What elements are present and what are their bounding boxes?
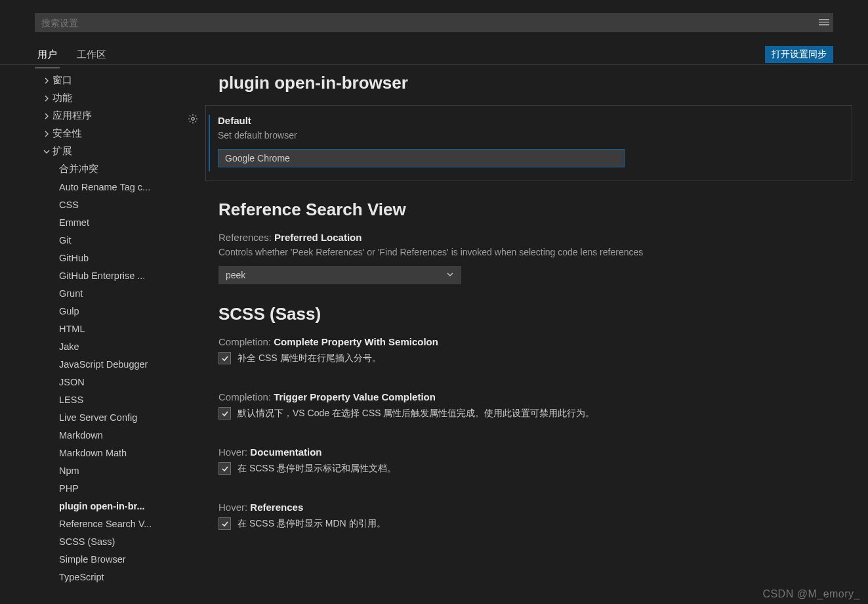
setting-name: Documentation [250, 446, 321, 458]
setting-label: Default [218, 115, 251, 126]
sidebar-ext-item[interactable]: plugin open-in-br... [59, 497, 180, 515]
setting-hover-references: Hover: References 在 SCSS 悬停时显示 MDN 的引用。 [218, 502, 852, 530]
setting-description: 在 SCSS 悬停时显示 MDN 的引用。 [238, 517, 386, 530]
checkbox-hover-doc[interactable] [218, 462, 231, 475]
sidebar-ext-item[interactable]: Reference Search V... [59, 515, 180, 532]
sidebar-ext-item[interactable]: Auto Rename Tag c... [59, 178, 180, 196]
sidebar-group-label: 扩展 [52, 145, 72, 158]
section-title-plugin: plugin open-in-browser [218, 73, 852, 93]
chevron-down-icon [446, 270, 454, 280]
sidebar-ext-item[interactable]: Markdown [59, 426, 180, 444]
sidebar-ext-item[interactable]: HTML [59, 320, 180, 337]
settings-tabs: 用户 工作区 打开设置同步 [0, 36, 868, 65]
checkbox-trigger-value[interactable] [218, 407, 231, 420]
sidebar-ext-item[interactable]: JSON [59, 373, 180, 391]
preferred-location-select[interactable]: peek [218, 266, 461, 284]
modified-indicator [209, 115, 210, 171]
checkbox-complete-semicolon[interactable] [218, 352, 231, 364]
setting-preferred-location: References: Preferred Location Controls … [218, 232, 852, 284]
chevron-right-icon [41, 130, 52, 138]
chevron-right-icon [41, 112, 52, 120]
select-value: peek [226, 270, 245, 280]
gear-icon[interactable] [188, 114, 198, 126]
settings-content: plugin open-in-browser Default Set defau… [180, 65, 868, 604]
settings-sidebar: 窗口 功能 应用程序 安全性 [0, 65, 180, 604]
chevron-down-icon [41, 148, 52, 156]
sidebar-ext-item[interactable]: Git [59, 231, 180, 249]
sidebar-ext-item[interactable]: 合并冲突 [59, 160, 180, 178]
setting-prefix: References: [218, 232, 272, 243]
search-row [0, 0, 868, 32]
sidebar-group-security[interactable]: 安全性 [41, 125, 180, 142]
sidebar-ext-item[interactable]: SCSS (Sass) [59, 532, 180, 550]
setting-name: Preferred Location [274, 232, 362, 243]
open-settings-sync-button[interactable]: 打开设置同步 [765, 46, 833, 63]
sidebar-ext-item[interactable]: Markdown Math [59, 444, 180, 462]
setting-description: 默认情况下，VS Code 在选择 CSS 属性后触发属性值完成。使用此设置可禁… [238, 406, 595, 420]
sidebar-ext-item[interactable]: Npm [59, 462, 180, 479]
sidebar-group-label: 安全性 [52, 127, 82, 140]
setting-name: References [250, 502, 303, 513]
chevron-right-icon [41, 77, 52, 85]
setting-description: Controls whether 'Peek References' or 'F… [218, 246, 852, 259]
sidebar-ext-item[interactable]: Simple Browser [59, 550, 180, 568]
setting-prefix: Hover: [218, 446, 247, 458]
setting-hover-documentation: Hover: Documentation 在 SCSS 悬停时显示标记和属性文档… [218, 446, 852, 475]
sidebar-ext-item[interactable]: GitHub [59, 249, 180, 267]
sidebar-ext-item[interactable]: Live Server Config [59, 408, 180, 426]
sidebar-ext-item[interactable]: Grunt [59, 284, 180, 302]
setting-prefix: Completion: [218, 391, 271, 402]
setting-description: 在 SCSS 悬停时显示标记和属性文档。 [238, 462, 396, 475]
section-title-refsearch: Reference Search View [218, 200, 852, 220]
search-input[interactable] [35, 13, 833, 32]
setting-default-browser: Default Set default browser [205, 105, 852, 181]
checkbox-hover-ref[interactable] [218, 517, 231, 530]
sidebar-ext-item[interactable]: CSS [59, 196, 180, 213]
sidebar-group-features[interactable]: 功能 [41, 89, 180, 107]
sidebar-extensions-list: 合并冲突Auto Rename Tag c...CSSEmmetGitGitHu… [41, 160, 180, 586]
sidebar-ext-item[interactable]: Emmet [59, 213, 180, 231]
setting-complete-semicolon: Completion: Complete Property With Semic… [218, 336, 852, 365]
setting-name: Trigger Property Value Completion [274, 391, 436, 402]
sidebar-ext-item[interactable]: LESS [59, 391, 180, 408]
chevron-right-icon [41, 95, 52, 102]
setting-description: 补全 CSS 属性时在行尾插入分号。 [238, 351, 381, 365]
sidebar-group-window[interactable]: 窗口 [41, 72, 180, 89]
setting-trigger-value: Completion: Trigger Property Value Compl… [218, 391, 852, 420]
sidebar-ext-item[interactable]: JavaScript Debugger [59, 355, 180, 373]
sidebar-group-label: 功能 [52, 92, 72, 104]
sidebar-group-applications[interactable]: 应用程序 [41, 107, 180, 125]
sidebar-ext-item[interactable]: GitHub Enterprise ... [59, 267, 180, 284]
sidebar-ext-item[interactable]: Gulp [59, 302, 180, 320]
sidebar-ext-item[interactable]: Jake [59, 337, 180, 355]
svg-point-3 [192, 118, 194, 120]
sidebar-ext-item[interactable]: TypeScript [59, 568, 180, 586]
setting-name: Complete Property With Semicolon [274, 336, 438, 347]
tab-workspace[interactable]: 工作区 [74, 45, 109, 68]
sidebar-group-label: 窗口 [52, 74, 72, 87]
sidebar-group-extensions[interactable]: 扩展 [41, 142, 180, 160]
section-title-scss: SCSS (Sass) [218, 304, 852, 324]
sidebar-group-label: 应用程序 [52, 110, 92, 122]
setting-description: Set default browser [218, 129, 840, 142]
setting-prefix: Completion: [218, 336, 271, 347]
default-browser-input[interactable] [218, 149, 625, 167]
setting-prefix: Hover: [218, 502, 247, 513]
sidebar-ext-item[interactable]: PHP [59, 479, 180, 497]
